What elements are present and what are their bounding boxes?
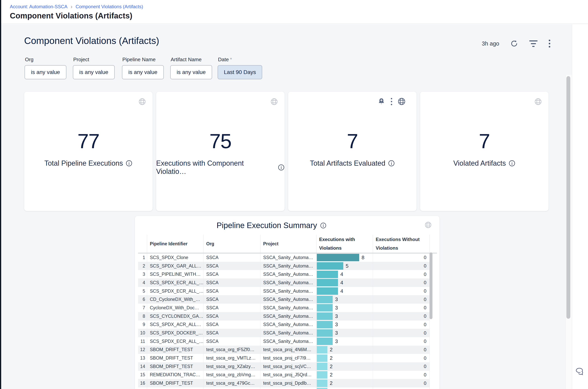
globe-icon[interactable]	[425, 221, 432, 228]
info-icon[interactable]	[126, 160, 132, 167]
executions-without-violations-cell[interactable]: 0	[373, 346, 430, 354]
pipeline-identifier-cell[interactable]: REMEDIATION_TRAC…	[147, 371, 203, 379]
org-cell[interactable]: SSCA	[203, 321, 260, 329]
pipeline-identifier-cell[interactable]: SCS_SPDX_GAR_ALL…	[147, 262, 203, 270]
table-vertical-scrollbar[interactable]	[429, 252, 432, 319]
pipeline-identifier-cell[interactable]: SCS_SPDX_ECR_ALL_…	[147, 279, 203, 287]
table-row[interactable]: 4 SCS_SPDX_ECR_ALL_… SSCA SSCA_Sanity_Au…	[138, 279, 430, 287]
table-row[interactable]: 5 SCS_SPDX_ECR_ALL_… SSCA SSCA_Sanity_Au…	[138, 287, 430, 295]
violations-bar[interactable]	[317, 338, 333, 345]
project-cell[interactable]: test_ssca_proj_4N6M…	[260, 346, 316, 354]
executions-with-violations-cell[interactable]: 4	[316, 279, 373, 287]
project-cell[interactable]: SSCA_Sanity_Automa…	[260, 304, 316, 312]
table-row[interactable]: 14 SBOM_DRIFT_TEST test_ssca_org_XZalzy……	[138, 362, 430, 371]
info-icon[interactable]	[388, 160, 395, 167]
info-icon[interactable]	[278, 164, 285, 171]
filter-project-dropdown[interactable]: is any value	[73, 65, 115, 79]
globe-icon[interactable]	[271, 98, 278, 105]
executions-with-violations-cell[interactable]: 3	[316, 329, 373, 337]
project-cell[interactable]: SSCA_Sanity_Automa…	[260, 295, 316, 304]
pipeline-identifier-cell[interactable]: SCS_SPDX_ACR_ALL…	[147, 321, 203, 329]
table-row[interactable]: 16 SBOM_DRIFT_TEST test_ssca_org_479Gc… …	[138, 379, 430, 388]
column-header-executions-with-violations[interactable]: Executions with Violations	[316, 235, 373, 253]
pipeline-identifier-cell[interactable]: SCS_SPDX_Clone	[147, 253, 203, 262]
executions-without-violations-cell[interactable]: 0	[373, 337, 430, 346]
executions-without-violations-cell[interactable]: 0	[373, 304, 430, 312]
dashboard-scrollbar-thumb[interactable]	[566, 76, 570, 319]
executions-with-violations-cell[interactable]: 3	[316, 295, 373, 304]
globe-icon[interactable]	[398, 97, 406, 105]
filter-icon[interactable]	[529, 40, 538, 47]
executions-without-violations-cell[interactable]: 0	[373, 388, 430, 389]
table-row[interactable]: 3 SCS_PIPELINE_WITH… SSCA SSCA_Sanity_Au…	[138, 270, 430, 279]
org-cell[interactable]: test_ssca_org_tF5Zf0…	[203, 346, 260, 354]
executions-with-violations-cell[interactable]: 3	[316, 312, 373, 321]
executions-without-violations-cell[interactable]: 0	[373, 312, 430, 321]
violations-bar[interactable]	[317, 329, 333, 337]
table-row[interactable]: 13 SBOM_DRIFT_TEST test_ssca_org_VMTLz… …	[138, 354, 430, 362]
project-cell[interactable]: SSCA_Sanity_Automa…	[260, 388, 316, 389]
violations-bar[interactable]	[317, 262, 343, 270]
pipeline-identifier-cell[interactable]: CD_CycloneDX_With_…	[147, 295, 203, 304]
table-row[interactable]: 10 SCS_SPDX_DOCKER_… SSCA SSCA_Sanity_Au…	[138, 329, 430, 337]
executions-with-violations-cell[interactable]: 2	[316, 371, 373, 379]
org-cell[interactable]: SSCA	[203, 337, 260, 346]
executions-without-violations-cell[interactable]: 0	[373, 287, 430, 295]
table-row[interactable]: 15 REMEDIATION_TRAC… test_ssca_org_zbVmg…	[138, 371, 430, 379]
filter-org-dropdown[interactable]: is any value	[25, 65, 66, 79]
pipeline-identifier-cell[interactable]: SBOM_DRIFT_TEST	[147, 346, 203, 354]
project-cell[interactable]: test_ssca_proj_J5Qrd…	[260, 371, 316, 379]
org-cell[interactable]: test_ssca_org_VMTLz…	[203, 354, 260, 362]
breadcrumb-account-link[interactable]: Account: Automation-SSCA	[10, 4, 67, 9]
project-cell[interactable]: SSCA_Sanity_Automa…	[260, 321, 316, 329]
pipeline-identifier-cell[interactable]: SBOM_DRIFT_TEST	[147, 354, 203, 362]
executions-with-violations-cell[interactable]: 2	[316, 388, 373, 389]
executions-without-violations-cell[interactable]: 0	[373, 321, 430, 329]
breadcrumb-page-link[interactable]: Component Violations (Artifacts)	[76, 4, 143, 9]
chat-bubbles-icon[interactable]	[575, 365, 586, 376]
project-cell[interactable]: SSCA_Sanity_Automa…	[260, 329, 316, 337]
pipeline-identifier-cell[interactable]: CycloneDX_With_Doc…	[147, 304, 203, 312]
table-row[interactable]: 1 SCS_SPDX_Clone SSCA SSCA_Sanity_Automa…	[138, 253, 430, 262]
executions-with-violations-cell[interactable]: 2	[316, 354, 373, 362]
org-cell[interactable]: SSCA	[203, 253, 260, 262]
executions-without-violations-cell[interactable]: 0	[373, 329, 430, 337]
violations-bar[interactable]	[317, 296, 333, 303]
info-icon[interactable]	[509, 160, 515, 167]
violations-bar[interactable]	[317, 287, 338, 295]
project-cell[interactable]: SSCA_Sanity_Automa…	[260, 253, 316, 262]
org-cell[interactable]: test_ssca_org_479Gc…	[203, 379, 260, 388]
pipeline-identifier-cell[interactable]: SCS_SPDX_ECR_ALL_…	[147, 337, 203, 346]
executions-without-violations-cell[interactable]: 0	[373, 362, 430, 371]
executions-without-violations-cell[interactable]: 0	[373, 379, 430, 388]
project-cell[interactable]: SSCA_Sanity_Automa…	[260, 312, 316, 321]
table-row[interactable]: 12 SBOM_DRIFT_TEST test_ssca_org_tF5Zf0……	[138, 346, 430, 354]
executions-without-violations-cell[interactable]: 0	[373, 279, 430, 287]
filter-artifact-name-dropdown[interactable]: is any value	[170, 65, 212, 79]
kebab-menu-icon[interactable]	[549, 40, 550, 47]
table-row[interactable]: 9 SCS_SPDX_ACR_ALL… SSCA SSCA_Sanity_Aut…	[138, 321, 430, 329]
pipeline-identifier-cell[interactable]: Container_Orchestrat…	[147, 388, 203, 389]
pipeline-identifier-cell[interactable]: SCS_PIPELINE_WITH…	[147, 270, 203, 279]
violations-bar[interactable]	[317, 388, 327, 389]
project-cell[interactable]: test_ssca_proj_cF7I9…	[260, 354, 316, 362]
executions-with-violations-cell[interactable]: 2	[316, 379, 373, 388]
executions-with-violations-cell[interactable]: 5	[316, 262, 373, 270]
violations-bar[interactable]	[317, 271, 338, 278]
org-cell[interactable]: SSCA	[203, 270, 260, 279]
violations-bar[interactable]	[317, 321, 333, 328]
project-cell[interactable]: SSCA_Sanity_Automa…	[260, 279, 316, 287]
executions-with-violations-cell[interactable]: 8	[316, 253, 373, 262]
table-row[interactable]: 2 SCS_SPDX_GAR_ALL… SSCA SSCA_Sanity_Aut…	[138, 262, 430, 270]
table-row[interactable]: 8 SCS_CYCLONEDX_GA… SSCA SSCA_Sanity_Aut…	[138, 312, 430, 321]
org-cell[interactable]: SSCA	[203, 279, 260, 287]
violations-bar[interactable]	[317, 355, 327, 362]
filter-date-dropdown[interactable]: Last 90 Days	[218, 65, 262, 79]
project-cell[interactable]: SSCA_Sanity_Automa…	[260, 270, 316, 279]
pipeline-identifier-cell[interactable]: SCS_SPDX_DOCKER_…	[147, 329, 203, 337]
violations-bar[interactable]	[317, 304, 333, 312]
project-cell[interactable]: SSCA_Sanity_Automa…	[260, 262, 316, 270]
executions-with-violations-cell[interactable]: 4	[316, 270, 373, 279]
bell-add-icon[interactable]	[378, 97, 385, 105]
project-cell[interactable]: test_ssca_proj_scjVC…	[260, 362, 316, 371]
